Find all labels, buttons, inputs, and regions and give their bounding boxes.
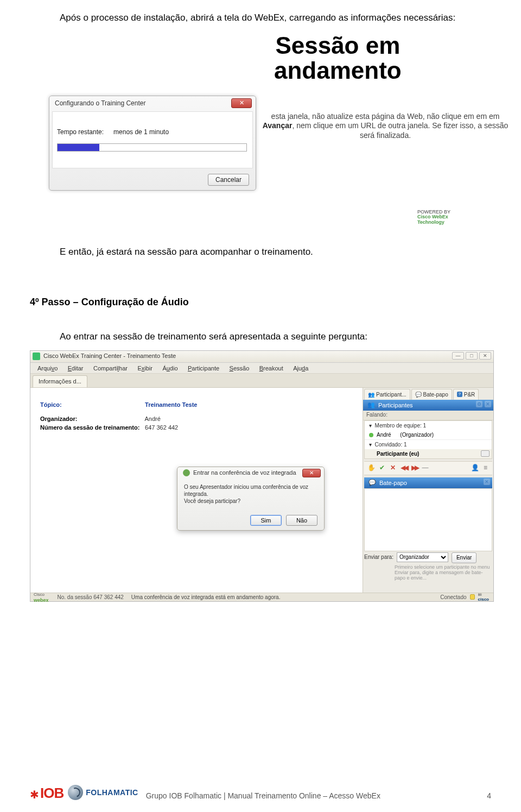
status-connected: Conectado bbox=[440, 594, 466, 600]
paragraph-3: Ao entrar na sessão de treinamento será … bbox=[30, 330, 491, 344]
voice-dialog-title: Entrar na conferência de voz integrada bbox=[183, 469, 296, 476]
menu-audio[interactable]: Áudio bbox=[158, 363, 181, 372]
label-topico: Tópico: bbox=[40, 401, 143, 408]
tab-informacoes[interactable]: Informações d... bbox=[33, 375, 87, 387]
paragraph-2: E então, já estará na sessão para acompa… bbox=[30, 245, 491, 259]
yes-button[interactable]: Sim bbox=[250, 515, 282, 526]
guest-group-header[interactable]: ▾ Convidado: 1 bbox=[365, 439, 492, 449]
panel-gear-icon[interactable]: ⚙ bbox=[476, 401, 482, 407]
close-icon[interactable]: ✕ bbox=[231, 98, 252, 108]
team-group-header[interactable]: ▾ Membro de equipe: 1 bbox=[365, 421, 492, 430]
value-organizador: André bbox=[144, 416, 160, 422]
status-session-num: No. da sessão 647 362 442 bbox=[58, 594, 124, 600]
add-user-icon[interactable] bbox=[471, 464, 478, 471]
chat-panel-header[interactable]: 💬Bate-papo ✕ bbox=[364, 477, 492, 488]
speaking-label: Falando: bbox=[363, 411, 493, 420]
chat-messages-area bbox=[364, 488, 492, 551]
participants-list: ▾ Membro de equipe: 1 André (Organizador… bbox=[364, 420, 492, 459]
figure-webex-training-center: Cisco WebEx Training Center - Treinament… bbox=[30, 350, 494, 602]
send-to-select[interactable]: Organizador bbox=[397, 552, 448, 562]
status-conference: Uma conferência de voz integrada está em… bbox=[131, 594, 281, 600]
menu-sessao[interactable]: Sessão bbox=[226, 363, 253, 372]
menu-editar[interactable]: Editar bbox=[64, 363, 87, 372]
minimize-icon[interactable]: — bbox=[452, 352, 464, 360]
voice-icon bbox=[183, 469, 190, 476]
participant-self[interactable]: Participante (eu) bbox=[365, 449, 492, 458]
menu-compartilhar[interactable]: Compartilhar bbox=[90, 363, 131, 372]
raise-hand-icon[interactable] bbox=[367, 464, 374, 471]
participant-andre[interactable]: André (Organizador) bbox=[365, 430, 492, 439]
window-titlebar: Cisco WebEx Training Center - Treinament… bbox=[30, 351, 493, 363]
panel-close-icon[interactable]: ✕ bbox=[484, 479, 490, 485]
tempo-restante-row: Tempo restante:menos de 1 minuto bbox=[57, 128, 169, 136]
label-organizador: Organizador: bbox=[40, 416, 143, 422]
paragraph-1: Após o processo de instalação, abrirá a … bbox=[30, 11, 491, 25]
star-icon: ✱ bbox=[30, 789, 39, 800]
menu-exibir[interactable]: Exibir bbox=[134, 363, 156, 372]
close-icon[interactable]: ✕ bbox=[302, 469, 321, 477]
label-session-number: Número da sessão de treinamento: bbox=[40, 424, 143, 431]
menu-ajuda[interactable]: Ajuda bbox=[289, 363, 312, 372]
menu-breakout[interactable]: Breakout bbox=[256, 363, 287, 372]
heading-step4: 4º Passo – Configuração de Áudio bbox=[30, 297, 491, 308]
faster-icon[interactable] bbox=[411, 464, 418, 471]
chat-hint: Primeiro selecione um participante no me… bbox=[395, 564, 492, 581]
cisco-logo-icon: ılıılıcisco bbox=[478, 592, 489, 602]
cancel-button[interactable]: Cancelar bbox=[208, 174, 249, 186]
dialog-voice-conference: Entrar na conferência de voz integrada ✕… bbox=[177, 467, 325, 531]
maximize-icon[interactable]: □ bbox=[466, 352, 478, 360]
panel-tab-participant[interactable]: 👥Participant... bbox=[364, 389, 410, 400]
value-topico: Treinamento Teste bbox=[145, 401, 197, 408]
menu-arquivo[interactable]: Arquivo bbox=[34, 363, 61, 372]
feedback-toolbar bbox=[364, 461, 492, 475]
no-button[interactable]: Não bbox=[286, 515, 317, 526]
yes-icon[interactable] bbox=[378, 464, 385, 471]
more-feedback-icon[interactable] bbox=[422, 464, 429, 471]
panel-tab-batepapo[interactable]: 💬Bate-papo bbox=[411, 389, 452, 400]
status-bar: Ciscowebex No. da sessão 647 362 442 Uma… bbox=[30, 593, 493, 601]
camera-icon[interactable] bbox=[481, 450, 490, 457]
webex-app-icon bbox=[33, 353, 40, 360]
menu-bar: Arquivo Editar Compartilhar Exibir Áudio… bbox=[30, 363, 493, 374]
powered-by-label: POWERED BY Cisco WebEx Technology bbox=[417, 210, 450, 226]
voice-dialog-message: O seu Apresentador iniciou uma conferênc… bbox=[184, 483, 317, 505]
footer-text: Grupo IOB Folhamatic | Manual Treinament… bbox=[146, 791, 380, 800]
list-icon[interactable] bbox=[482, 464, 489, 471]
menu-participante[interactable]: Participante bbox=[184, 363, 223, 372]
panel-close-icon[interactable]: ✕ bbox=[485, 401, 491, 407]
panels-area: 👥Participant... 💬Bate-papo ?P&R 👥Partici… bbox=[363, 388, 493, 593]
webex-logo: Ciscowebex bbox=[34, 591, 49, 603]
chat-send-row: Enviar para: Organizador Enviar bbox=[364, 552, 492, 563]
question-icon: ? bbox=[457, 392, 462, 397]
progress-bar bbox=[57, 143, 247, 152]
slower-icon[interactable] bbox=[400, 464, 407, 471]
close-icon[interactable]: ✕ bbox=[479, 352, 491, 360]
folhamatic-logo: FOLHAMATIC bbox=[68, 785, 138, 800]
dialog-configurando-training-center: Configurando o Training Center ✕ Tempo r… bbox=[49, 96, 256, 191]
presence-icon bbox=[369, 433, 373, 437]
value-session-number: 647 362 442 bbox=[145, 424, 178, 431]
tab-strip: Informações d... bbox=[30, 374, 493, 388]
session-title: Sessão em andamento bbox=[274, 33, 402, 83]
figure-webex-loading: Sessão em andamento esta janela, não atu… bbox=[30, 33, 491, 234]
window-title: Cisco WebEx Training Center - Treinament… bbox=[43, 353, 176, 359]
page-number: 4 bbox=[487, 791, 491, 800]
no-icon[interactable] bbox=[389, 464, 396, 471]
dialog-title: Configurando o Training Center bbox=[55, 99, 145, 107]
send-to-label: Enviar para: bbox=[364, 552, 393, 560]
lock-icon bbox=[470, 594, 475, 600]
participants-panel-header[interactable]: 👥Participantes ⚙✕ bbox=[363, 400, 493, 411]
page-footer: ✱ IOB FOLHAMATIC Grupo IOB Folhamatic | … bbox=[30, 778, 491, 800]
iob-logo: ✱ IOB bbox=[30, 786, 63, 800]
send-button[interactable]: Enviar bbox=[452, 552, 476, 563]
session-warning-text: esta janela, não atualize esta página da… bbox=[258, 112, 513, 141]
folhamatic-icon bbox=[68, 785, 83, 800]
panel-tab-per[interactable]: ?P&R bbox=[453, 389, 479, 400]
